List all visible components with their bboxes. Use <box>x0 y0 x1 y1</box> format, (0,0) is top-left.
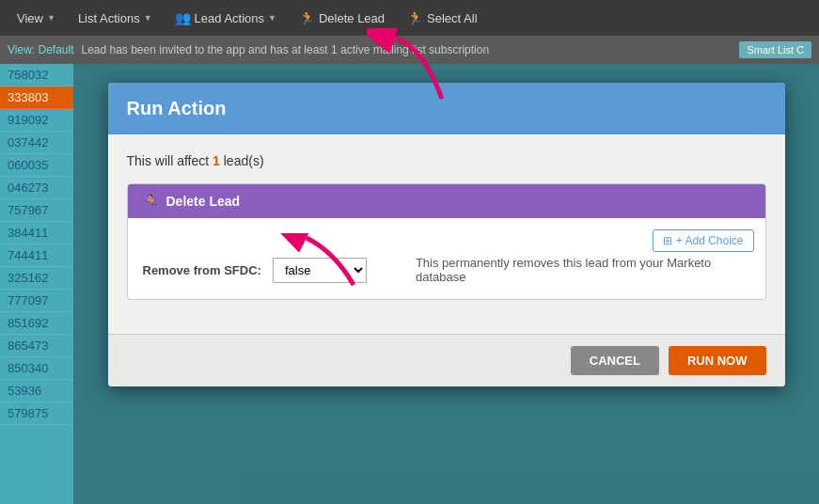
affects-text: This will affect 1 lead(s) <box>127 153 766 168</box>
smart-list-button[interactable]: Smart List C <box>739 41 811 58</box>
sidebar-item[interactable]: 333803 <box>0 87 73 109</box>
sidebar-item[interactable]: 744411 <box>0 244 73 267</box>
sidebar-item[interactable]: 325162 <box>0 267 73 290</box>
sidebar-item[interactable]: 777097 <box>0 290 73 312</box>
lead-actions-icon: 👥 <box>175 10 191 25</box>
sidebar-item[interactable]: 851692 <box>0 312 73 335</box>
lead-actions-label: Lead Actions <box>195 11 264 25</box>
cancel-button[interactable]: CANCEL <box>571 346 659 375</box>
view-menu-caret: ▼ <box>47 13 55 23</box>
remove-sfdc-select[interactable]: false true <box>273 258 367 283</box>
field-description: This permanently removes this lead from … <box>416 256 750 284</box>
field-row: Remove from SFDC: false true This perman… <box>143 256 750 284</box>
sidebar-item[interactable]: 579875 <box>0 402 73 425</box>
sidebar-item[interactable]: 037442 <box>0 132 73 154</box>
affects-suffix: lead(s) <box>224 153 264 168</box>
view-menu-label: View <box>17 11 43 25</box>
sidebar-item[interactable]: 850340 <box>0 357 73 380</box>
action-title: Delete Lead <box>166 194 241 209</box>
modal-overlay: Run Action This will affect 1 lead(s) 🏃 … <box>73 64 819 504</box>
action-card-header: 🏃 Delete Lead <box>128 184 765 218</box>
modal-title: Run Action <box>127 98 227 118</box>
delete-lead-icon: 🏃 <box>299 10 315 25</box>
add-choice-label: + Add Choice <box>676 234 744 247</box>
main-area: 7580323338039190920374420600350462737579… <box>0 64 819 504</box>
select-all-icon: 🏃 <box>407 10 423 25</box>
add-choice-button[interactable]: ⊞ + Add Choice <box>653 229 754 252</box>
top-nav: View ▼ List Actions ▼ 👥 Lead Actions ▼ 🏃… <box>0 0 819 36</box>
modal-footer: CANCEL RUN NOW <box>108 334 785 386</box>
list-actions-label: List Actions <box>78 11 140 25</box>
sidebar-item[interactable]: 758032 <box>0 64 73 87</box>
modal-header: Run Action <box>108 83 785 134</box>
action-icon: 🏃 <box>143 194 159 209</box>
sidebar-item[interactable]: 919092 <box>0 109 73 132</box>
lead-actions-menu[interactable]: 👥 Lead Actions ▼ <box>165 0 286 36</box>
lead-actions-caret: ▼ <box>268 13 276 23</box>
modal-body: This will affect 1 lead(s) 🏃 Delete Lead… <box>108 134 785 334</box>
run-action-modal: Run Action This will affect 1 lead(s) 🏃 … <box>108 83 785 386</box>
sub-bar-description: Lead has been invited to the app and has… <box>81 43 732 56</box>
view-label: View: Default <box>8 43 73 56</box>
affects-count: 1 <box>213 153 220 168</box>
list-actions-menu[interactable]: List Actions ▼ <box>69 0 162 36</box>
view-menu[interactable]: View ▼ <box>8 0 65 36</box>
delete-lead-button[interactable]: 🏃 Delete Lead <box>290 0 394 36</box>
sub-bar: View: Default Lead has been invited to t… <box>0 36 819 64</box>
sidebar-item[interactable]: 060035 <box>0 154 73 177</box>
list-actions-caret: ▼ <box>144 13 152 23</box>
affects-prefix: This will affect <box>127 153 210 168</box>
lead-list-sidebar: 7580323338039190920374420600350462737579… <box>0 64 73 504</box>
select-all-label: Select All <box>427 11 477 25</box>
run-now-button[interactable]: RUN NOW <box>669 346 766 375</box>
action-card-body: ⊞ + Add Choice Remove from SFDC: false t… <box>128 218 765 299</box>
sidebar-item[interactable]: 384411 <box>0 222 73 244</box>
sidebar-item[interactable]: 757967 <box>0 199 73 222</box>
sidebar-item[interactable]: 046273 <box>0 177 73 199</box>
sidebar-item[interactable]: 53936 <box>0 380 73 402</box>
add-choice-icon: ⊞ <box>663 234 672 247</box>
sidebar-item[interactable]: 865473 <box>0 335 73 357</box>
field-label: Remove from SFDC: <box>143 263 261 277</box>
select-all-button[interactable]: 🏃 Select All <box>398 0 486 36</box>
delete-lead-label: Delete Lead <box>319 11 385 25</box>
action-card: 🏃 Delete Lead ⊞ + Add Choice Remove from… <box>127 183 766 300</box>
